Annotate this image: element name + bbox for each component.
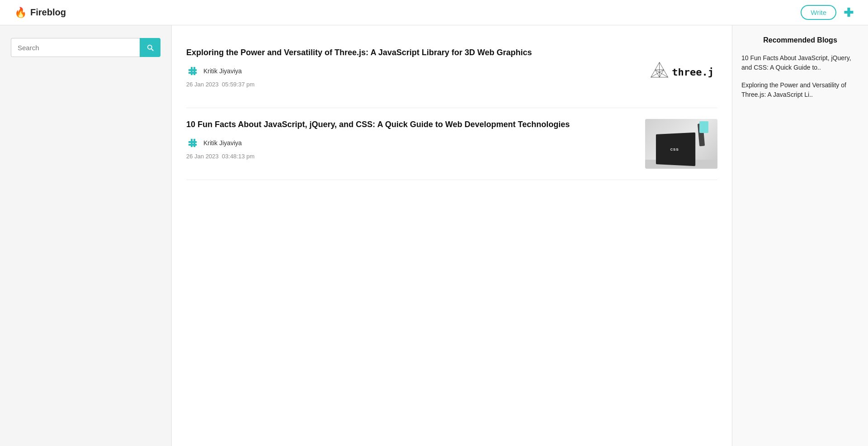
svg-rect-17 [191, 139, 193, 147]
recommended-item-1[interactable]: 10 Fun Facts About JavaScript, jQuery, a… [741, 53, 859, 72]
blog-meta-2: 26 Jan 2023 03:48:13 pm [186, 153, 634, 160]
threejs-wireframe-icon [649, 54, 670, 90]
sidebar [0, 25, 172, 446]
book-illustration: CSS [645, 119, 717, 169]
avatar-2 [186, 137, 199, 149]
svg-rect-3 [191, 67, 193, 75]
author-name-1: Kritik Jiyaviya [203, 67, 242, 75]
blog-title-1[interactable]: Exploring the Power and Versatility of T… [186, 47, 634, 58]
logo-area: 🔥 Fireblog [14, 7, 66, 19]
svg-rect-4 [193, 67, 195, 75]
header-right: Write ✚ [801, 5, 854, 20]
plus-icon[interactable]: ✚ [844, 7, 854, 19]
search-container [11, 38, 160, 57]
svg-rect-18 [193, 139, 195, 147]
author-row-2: Kritik Jiyaviya [186, 137, 634, 149]
main-content: Exploring the Power and Versatility of T… [172, 25, 732, 446]
threejs-label: three.j [672, 66, 714, 78]
logo-text: Fireblog [30, 7, 66, 18]
blog-thumbnail-2: CSS [645, 119, 717, 169]
author-name-2: Kritik Jiyaviya [203, 139, 242, 147]
header: 🔥 Fireblog Write ✚ [0, 0, 868, 25]
page-wrapper: Exploring the Power and Versatility of T… [0, 25, 868, 446]
blog-thumbnail-1: three.j [645, 47, 717, 97]
right-panel: Recommended Blogs 10 Fun Facts About Jav… [732, 25, 868, 446]
blog-card-2: 10 Fun Facts About JavaScript, jQuery, a… [186, 108, 717, 180]
blog-card-content-1: Exploring the Power and Versatility of T… [186, 47, 634, 88]
search-button[interactable] [140, 38, 160, 57]
desk-cup-icon [699, 121, 708, 133]
author-row-1: Kritik Jiyaviya [186, 65, 634, 77]
blog-card-1: Exploring the Power and Versatility of T… [186, 36, 717, 108]
blog-card-content-2: 10 Fun Facts About JavaScript, jQuery, a… [186, 119, 634, 160]
blog-title-2[interactable]: 10 Fun Facts About JavaScript, jQuery, a… [186, 119, 634, 130]
recommended-item-2[interactable]: Exploring the Power and Versatility of T… [741, 81, 859, 100]
write-button[interactable]: Write [801, 5, 836, 20]
search-icon [146, 43, 154, 52]
recommended-title: Recommended Blogs [741, 36, 859, 44]
search-input[interactable] [11, 38, 140, 57]
flame-icon: 🔥 [14, 7, 27, 19]
blog-meta-1: 26 Jan 2023 05:59:37 pm [186, 81, 634, 88]
avatar-1 [186, 65, 199, 77]
book-cover: CSS [656, 133, 695, 166]
